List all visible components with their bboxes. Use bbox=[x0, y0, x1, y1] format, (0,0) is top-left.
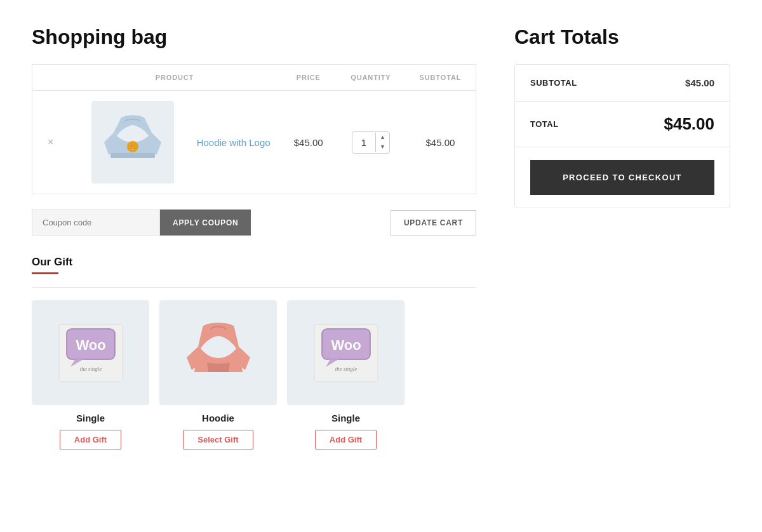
coupon-section: APPLY COUPON UPDATE CART bbox=[32, 209, 476, 236]
gift-thumb-3: Woo the single bbox=[287, 300, 404, 405]
svg-text:Woo: Woo bbox=[331, 337, 361, 353]
svg-text:the single: the single bbox=[335, 366, 357, 372]
gift-name-1: Single bbox=[32, 413, 149, 423]
gift-name-2: Hoodie bbox=[159, 413, 277, 423]
checkout-btn-wrap: PROCEED TO CHECKOUT bbox=[515, 147, 730, 208]
quantity-input-wrap: 1 ▲ ▼ bbox=[352, 131, 390, 154]
quantity-value: 1 bbox=[352, 132, 375, 153]
gift-item-3: Woo the single Single Add Gift bbox=[287, 300, 404, 449]
product-thumbnail: 🍔 bbox=[91, 101, 174, 183]
checkout-button[interactable]: PROCEED TO CHECKOUT bbox=[530, 160, 714, 195]
svg-rect-2 bbox=[110, 153, 155, 158]
subtotal-value: $45.00 bbox=[685, 77, 714, 88]
subtotal-label: SUBTOTAL bbox=[530, 78, 577, 88]
product-name-link[interactable]: Hoodie with Logo bbox=[197, 137, 271, 148]
cart-table: PRODUCT PRICE QUANTITY SUBTOTAL × bbox=[32, 64, 476, 194]
coupon-left: APPLY COUPON bbox=[32, 209, 251, 236]
col-price: PRICE bbox=[281, 65, 337, 91]
col-subtotal: SUBTOTAL bbox=[405, 65, 476, 91]
left-column: Shopping bag PRODUCT PRICE QUANTITY SUBT… bbox=[32, 25, 476, 449]
add-gift-button-1[interactable]: Add Gift bbox=[60, 430, 121, 449]
product-price: $45.00 bbox=[281, 91, 337, 194]
remove-item-button[interactable]: × bbox=[43, 134, 58, 150]
col-quantity: QUANTITY bbox=[337, 65, 405, 91]
svg-text:🍔: 🍔 bbox=[130, 145, 136, 150]
cart-totals-box: SUBTOTAL $45.00 TOTAL $45.00 PROCEED TO … bbox=[514, 64, 730, 208]
gift-thumb-2 bbox=[159, 300, 277, 405]
total-value: $45.00 bbox=[664, 114, 714, 134]
gift-thumb-1: Woo the single bbox=[32, 300, 149, 405]
apply-coupon-button[interactable]: APPLY COUPON bbox=[160, 209, 251, 236]
gift-item-2: Hoodie Select Gift bbox=[159, 300, 277, 449]
total-row: TOTAL $45.00 bbox=[515, 102, 730, 147]
svg-text:Woo: Woo bbox=[76, 337, 105, 353]
right-column: Cart Totals SUBTOTAL $45.00 TOTAL $45.00… bbox=[514, 25, 730, 208]
add-gift-button-3[interactable]: Add Gift bbox=[315, 430, 377, 449]
cart-totals-title: Cart Totals bbox=[514, 25, 730, 49]
coupon-input[interactable] bbox=[32, 209, 160, 236]
product-subtotal: $45.00 bbox=[405, 91, 476, 194]
quantity-up-button[interactable]: ▲ bbox=[376, 133, 389, 142]
svg-text:the single: the single bbox=[79, 366, 102, 372]
subtotal-row: SUBTOTAL $45.00 bbox=[515, 65, 730, 102]
gift-name-3: Single bbox=[287, 413, 404, 423]
gift-item-1: Woo the single Single Add Gift bbox=[32, 300, 149, 449]
quantity-arrows: ▲ ▼ bbox=[375, 133, 389, 152]
update-cart-button[interactable]: UPDATE CART bbox=[391, 210, 476, 236]
total-label: TOTAL bbox=[530, 119, 559, 129]
gift-items: Woo the single Single Add Gift bbox=[32, 300, 476, 449]
gift-underline bbox=[32, 272, 58, 274]
col-product: PRODUCT bbox=[69, 65, 280, 91]
select-gift-button-2[interactable]: Select Gift bbox=[183, 430, 253, 449]
table-row: × bbox=[32, 91, 476, 194]
our-gift-title: Our Gift bbox=[32, 256, 476, 269]
our-gift-section: Our Gift Woo the bbox=[32, 256, 476, 449]
gift-divider bbox=[32, 287, 476, 288]
quantity-down-button[interactable]: ▼ bbox=[376, 142, 389, 152]
page-title: Shopping bag bbox=[32, 25, 476, 49]
